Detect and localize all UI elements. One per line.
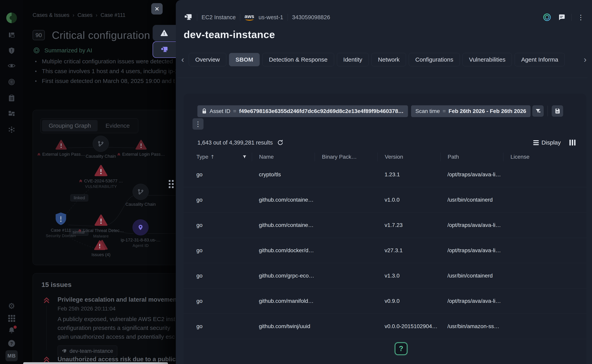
sidebar-item-assets[interactable] (0, 110, 23, 117)
columns-settings-button[interactable] (569, 140, 576, 145)
sidebar-item-incidents[interactable] (0, 47, 23, 54)
table-cell-name: github.com/grpc-eco… (252, 273, 315, 279)
divider (548, 106, 548, 116)
graph-node-local-threat[interactable]: Local Threat Detec… Malware (78, 214, 124, 239)
filter-chip-asset-id[interactable]: Asset ID = f49e6798163e6355d246fd7dc6c92… (197, 105, 408, 117)
column-header-name[interactable]: Name (252, 153, 315, 161)
table-row[interactable]: gocrypto/tls1.23.1/opt/traps/ava/ava-lin… (184, 162, 586, 187)
panel-side-tabs (153, 25, 176, 58)
tab-detection-response[interactable]: Detection & Response (262, 53, 334, 66)
issue-title[interactable]: Unauthorized access risk due to a public… (58, 356, 176, 363)
save-icon (554, 108, 560, 114)
tab-configurations[interactable]: Configurations (409, 53, 460, 66)
column-header-version[interactable]: Version (377, 153, 440, 161)
brand-logo[interactable] (0, 12, 23, 24)
sidebar-item-dashboards[interactable] (0, 31, 23, 39)
graph-node-causality-chain-2[interactable]: Causality Chain (126, 184, 156, 207)
grouping-graph-canvas[interactable]: External Login Pass… Causality Chain (33, 110, 176, 265)
tab-sbom[interactable]: SBOM (229, 53, 260, 66)
breadcrumb-cases-issues[interactable]: Cases & Issues (33, 12, 69, 18)
table-row[interactable]: gogithub.com/container…v1.0.0/usr/bin/co… (184, 187, 586, 213)
severity-critical-icon (78, 229, 81, 232)
graph-node-case-111[interactable]: Case #111 Security Domain (46, 212, 76, 238)
sidebar-item-notifications[interactable] (0, 327, 23, 334)
column-filter-button[interactable] (242, 155, 247, 159)
user-avatar[interactable]: MB (0, 350, 23, 361)
breadcrumb-cases[interactable]: Cases (78, 12, 93, 18)
tab-overview[interactable]: Overview (189, 53, 226, 66)
add-filter-button[interactable] (532, 105, 544, 117)
sidebar-item-visibility[interactable] (0, 63, 23, 69)
sidebar-item-help[interactable]: ? (0, 340, 23, 347)
side-tab-asset[interactable] (153, 41, 176, 58)
column-header-type[interactable]: Type ↑ (196, 153, 252, 161)
help-button[interactable]: ? (395, 342, 407, 355)
table-cell-name: github.com/container… (252, 197, 315, 203)
divider (240, 14, 240, 21)
graph-node-subtitle: VULNERABILITY (85, 184, 117, 189)
table-row[interactable]: gogithub.com/manifoldc…v0.9.0/opt/traps/… (184, 288, 586, 314)
graph-node-cve[interactable]: CVE-2024-53677 … VULNERABILITY (79, 165, 123, 189)
tabs-scroll-right-icon[interactable]: › (583, 56, 588, 64)
breadcrumb-separator: › (73, 12, 74, 18)
monitor-icon (62, 349, 67, 353)
table-row[interactable]: gogithub.com/docker/d…v27.3.1/opt/traps/… (184, 238, 586, 263)
ai-rings-icon[interactable] (542, 13, 552, 22)
table-cell-version: v0.0.0-20151029044… (377, 323, 440, 330)
divider (571, 14, 572, 21)
breadcrumb: Cases & Issues › Cases › Case #111 (33, 12, 126, 18)
severity-critical-icon (43, 297, 50, 304)
filter-more-button[interactable]: ⋮ (193, 118, 203, 130)
tab-vulnerabilities[interactable]: Vulnerabilities (463, 53, 512, 66)
severity-critical-icon (37, 153, 41, 156)
sidebar-item-apps[interactable] (0, 315, 23, 322)
sidebar-item-attack-surface[interactable] (0, 126, 23, 133)
divider (288, 14, 288, 21)
filter-actions (528, 105, 563, 117)
close-panel-button[interactable]: ✕ (151, 3, 163, 14)
graph-node-label: Issues (4) (92, 252, 111, 257)
chat-icon[interactable] (558, 13, 565, 21)
asset-chip[interactable]: dev-team-instance (58, 345, 117, 357)
more-actions-kebab-icon[interactable]: ⋮ (578, 14, 584, 21)
graph-node-label: Causality Chain (86, 154, 116, 159)
case-shield-icon (55, 212, 67, 226)
sbom-table: Type ↑ Name Binary Pack… Version Path Li… (184, 152, 586, 364)
side-tab-alerts[interactable] (153, 25, 176, 41)
panel-resize-handle[interactable] (169, 180, 174, 188)
case-score-badge: 90 (33, 30, 45, 40)
save-view-button[interactable] (552, 105, 563, 117)
tabs-scroll-left-icon[interactable]: ‹ (180, 56, 185, 64)
filter-chip-scan-time[interactable]: Scan time = Feb 26th 2026 - Feb 26th 202… (411, 105, 531, 117)
graph-node-issues-group[interactable]: Issues (4) (92, 239, 111, 257)
table-row[interactable]: gogithub.com/twinj/uuidv0.0.0-2015102904… (184, 314, 586, 339)
filter-operator: = (443, 108, 446, 114)
tab-network[interactable]: Network (371, 53, 406, 66)
ai-summary-icon (34, 47, 40, 53)
graph-node-agent[interactable]: ip-172-31-8-83.us-… Agent ID (121, 220, 161, 248)
display-label: Display (542, 139, 561, 146)
tab-identity[interactable]: Identity (337, 53, 369, 66)
graph-node-external-login-1[interactable]: External Login Pass… (37, 140, 85, 157)
gear-icon: ⚙ (8, 302, 15, 310)
sidebar-item-threat-intel[interactable] (0, 78, 23, 85)
display-menu-button[interactable]: Display (533, 139, 561, 146)
table-cell-path: /opt/traps/ava/ava-lin… (440, 298, 503, 304)
causality-chain-icon (137, 188, 144, 195)
sidebar-item-settings[interactable]: ⚙ (0, 302, 23, 310)
table-row[interactable]: gogithub.com/grpc-eco…v1.3.0/usr/bin/con… (184, 263, 586, 288)
column-header-license[interactable]: License (503, 153, 586, 161)
sidebar-item-reports[interactable] (0, 95, 23, 102)
column-header-path[interactable]: Path (440, 153, 503, 161)
breadcrumb-separator: › (96, 12, 97, 18)
issue-title[interactable]: Privilege escalation and lateral movemen… (58, 296, 176, 303)
graph-node-external-login-2[interactable]: External Login Pass… (117, 140, 165, 157)
left-nav-sidebar: ⚙ ? MB (0, 0, 23, 364)
table-cell-version: v0.9.0 (377, 298, 440, 304)
column-header-binary-package[interactable]: Binary Pack… (315, 153, 377, 161)
table-row[interactable]: gogithub.com/container…v1.7.23/opt/traps… (184, 213, 586, 238)
refresh-button[interactable] (277, 139, 283, 146)
graph-node-causality-chain-1[interactable]: Causality Chain (86, 136, 116, 159)
tab-agent-information[interactable]: Agent Informa (515, 53, 565, 66)
table-cell-version: v1.3.0 (377, 273, 440, 279)
